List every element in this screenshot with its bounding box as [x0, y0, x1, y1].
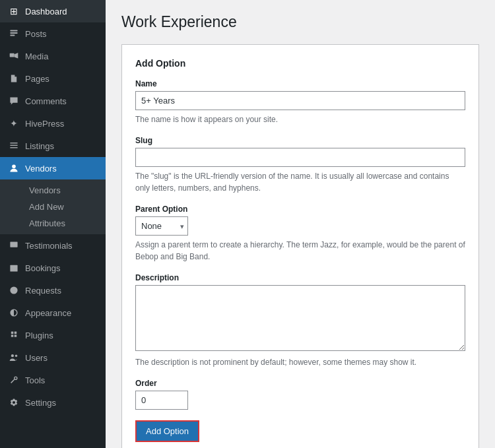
sidebar-label-hivepress: HivePress — [25, 119, 64, 129]
sidebar-label-appearance: Appearance — [25, 308, 71, 318]
svg-rect-15 — [15, 267, 16, 269]
sidebar-item-hivepress[interactable]: ✦ HivePress — [0, 112, 106, 135]
sidebar-item-media[interactable]: Media — [0, 45, 106, 67]
sidebar-label-media: Media — [25, 51, 48, 61]
slug-label: Slug — [135, 136, 465, 145]
description-help: The description is not prominent by defa… — [135, 356, 465, 368]
sidebar-label-listings: Listings — [25, 141, 54, 151]
sidebar-item-testimonials[interactable]: Testimonials — [0, 234, 106, 257]
slug-group: Slug The "slug" is the URL-friendly vers… — [135, 136, 465, 194]
sidebar-label-plugins: Plugins — [25, 331, 53, 340]
svg-rect-5 — [10, 143, 17, 143]
name-help: The name is how it appears on your site. — [135, 113, 465, 125]
svg-rect-17 — [11, 331, 14, 334]
sidebar-label-vendors: Vendors — [25, 164, 57, 174]
media-icon — [8, 50, 20, 62]
svg-rect-7 — [10, 147, 17, 148]
sidebar-label-comments: Comments — [25, 96, 67, 106]
sidebar-item-settings[interactable]: Settings — [0, 391, 106, 414]
name-group: Name The name is how it appears on your … — [135, 79, 465, 125]
dashboard-icon: ⊞ — [8, 5, 20, 17]
svg-rect-19 — [11, 335, 14, 337]
vendors-icon — [8, 162, 20, 174]
parent-label: Parent Option — [135, 205, 465, 214]
pages-icon — [8, 73, 20, 84]
plugins-icon — [8, 329, 20, 341]
hivepress-icon: ✦ — [8, 117, 20, 129]
svg-point-8 — [12, 164, 16, 168]
main-content: Work Experience Add Option Name The name… — [106, 0, 495, 448]
add-option-button[interactable]: Add Option — [135, 420, 199, 442]
svg-point-22 — [15, 354, 18, 357]
sidebar-item-vendors[interactable]: Vendors — [0, 157, 106, 179]
sidebar-label-posts: Posts — [25, 29, 47, 39]
bookings-icon — [8, 262, 20, 274]
svg-rect-0 — [10, 30, 17, 31]
parent-select[interactable]: None — [135, 216, 188, 236]
form-section-title: Add Option — [135, 58, 465, 69]
sidebar-item-bookings[interactable]: Bookings — [0, 257, 106, 279]
slug-help: The "slug" is the URL-friendly version o… — [135, 170, 465, 194]
svg-rect-14 — [13, 267, 15, 269]
sidebar-item-posts[interactable]: Posts — [0, 22, 106, 45]
settings-icon — [8, 397, 20, 408]
sidebar-label-users: Users — [25, 353, 48, 363]
page-title: Work Experience — [121, 13, 479, 31]
sidebar-item-dashboard[interactable]: ⊞ Dashboard — [0, 0, 106, 22]
sidebar-item-users[interactable]: Users — [0, 346, 106, 369]
appearance-icon — [8, 307, 20, 319]
svg-rect-18 — [15, 331, 17, 334]
description-group: Description The description is not promi… — [135, 273, 465, 368]
parent-group: Parent Option None Assign a parent term … — [135, 205, 465, 263]
svg-point-21 — [11, 354, 14, 357]
sidebar-item-requests[interactable]: Requests — [0, 279, 106, 302]
order-label: Order — [135, 379, 465, 388]
testimonials-icon — [8, 240, 20, 251]
sidebar-item-appearance[interactable]: Appearance — [0, 302, 106, 324]
svg-rect-20 — [15, 335, 17, 337]
posts-icon — [8, 28, 20, 40]
sidebar-label-bookings: Bookings — [25, 263, 60, 273]
name-label: Name — [135, 79, 465, 88]
description-label: Description — [135, 273, 465, 282]
sidebar-label-testimonials: Testimonials — [25, 241, 73, 251]
sidebar-label-dashboard: Dashboard — [25, 7, 67, 16]
sidebar-sub-add-new[interactable]: Add New — [24, 199, 106, 215]
parent-help: Assign a parent term to create a hierarc… — [135, 239, 465, 263]
vendors-submenu: Vendors Add New Attributes — [0, 179, 106, 234]
name-input[interactable] — [135, 91, 465, 110]
sidebar-item-comments[interactable]: Comments — [0, 90, 106, 112]
sidebar-sub-vendors[interactable]: Vendors — [24, 182, 106, 199]
sidebar-label-settings: Settings — [25, 398, 56, 408]
svg-rect-6 — [10, 145, 17, 146]
tools-icon — [8, 374, 20, 386]
sidebar-item-tools[interactable]: Tools — [0, 369, 106, 391]
users-icon — [8, 352, 20, 364]
svg-rect-2 — [10, 34, 15, 36]
svg-rect-11 — [12, 245, 15, 245]
sidebar-item-plugins[interactable]: Plugins — [0, 324, 106, 346]
parent-select-wrapper: None — [135, 216, 188, 236]
svg-marker-4 — [15, 53, 18, 58]
order-input[interactable] — [135, 391, 188, 410]
add-option-form: Add Option Name The name is how it appea… — [121, 44, 479, 448]
slug-input[interactable] — [135, 148, 465, 167]
requests-icon — [8, 284, 20, 296]
svg-rect-1 — [10, 32, 17, 34]
svg-rect-3 — [10, 53, 15, 57]
order-group: Order — [135, 379, 465, 410]
sidebar-label-requests: Requests — [25, 286, 61, 296]
sidebar-label-pages: Pages — [25, 74, 50, 84]
svg-rect-10 — [12, 243, 16, 244]
sidebar-label-tools: Tools — [25, 375, 45, 385]
svg-rect-9 — [10, 241, 17, 247]
listings-icon — [8, 140, 20, 152]
sidebar-sub-attributes[interactable]: Attributes — [24, 215, 106, 232]
svg-rect-13 — [11, 267, 13, 269]
sidebar-item-listings[interactable]: Listings — [0, 135, 106, 157]
description-textarea[interactable] — [135, 285, 465, 351]
sidebar: ⊞ Dashboard Posts Media Pages Comments ✦… — [0, 0, 106, 448]
comments-icon — [8, 95, 20, 107]
sidebar-item-pages[interactable]: Pages — [0, 67, 106, 90]
